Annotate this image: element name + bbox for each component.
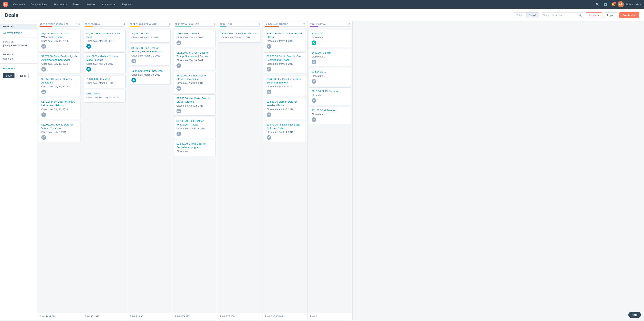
deal-card[interactable]: $1,801.00 ... Close date: ... AD xyxy=(309,30,351,47)
deal-card[interactable]: $1,263.00 Mint Green Deal for Bayer - Di… xyxy=(174,94,216,116)
deal-card[interactable]: $2,577.00 Silver Deal for Lynch, Aufderh… xyxy=(39,52,80,73)
deal-date: Close date: April 30, 2019 xyxy=(266,108,303,111)
deal-card[interactable]: $468.00 Ta Smith Close date: ... AM xyxy=(309,49,351,66)
user-menu[interactable]: Biglytics AP ▾ xyxy=(624,3,642,6)
column-total: Total: $75,000 xyxy=(218,313,262,320)
column-header: APPOINTMENT SCHEDULED 199 xyxy=(37,21,82,28)
deal-card[interactable]: £50,000.00 Test deal Close date: March 3… xyxy=(84,75,126,88)
deal-name: $1,409.00 Gold Deal for Wintheiser - Pag… xyxy=(176,119,213,126)
column-title: APPOINTMENT SCHEDULED xyxy=(40,23,68,25)
column-id-decision-makers: ID. DECISION MAKERS 28 $19.00 Fuchsia De… xyxy=(262,21,308,320)
deal-card[interactable]: $1,894.00 ... Close date: ... AG xyxy=(309,68,351,86)
deal-card[interactable]: $1,409.00 Gold Deal for Wintheiser - Pag… xyxy=(174,117,216,138)
deal-card[interactable]: $172.00 Plum Deal for Nolan, Lehner and … xyxy=(39,98,80,119)
deal-card[interactable]: $19.00 Fuchsia Deal for Emard - Koss Clo… xyxy=(264,30,306,51)
deal-card[interactable]: $75,000.00 Dominique Verniers Close date… xyxy=(219,30,261,43)
column-total: Total: $79,437 xyxy=(172,313,217,320)
search-icon: 🔍 xyxy=(578,14,582,17)
hubspot-logo[interactable]: hs xyxy=(2,1,8,7)
add-filter-button[interactable]: + Add filter xyxy=(0,65,37,72)
column-header: ID. DECISION MAKERS 28 xyxy=(262,21,307,28)
nav-sales[interactable]: Sales ▾ xyxy=(70,0,83,8)
column-progress-bar xyxy=(310,26,318,27)
nav-right-controls: 🔍 ⚙️ 🔔 2 AP Biglytics AP ▾ xyxy=(594,1,642,8)
deal-card[interactable]: €50,000.00 testdeal Close date: May 23, … xyxy=(174,30,216,47)
deal-card[interactable]: €100.00 test Close date: February 28, 20… xyxy=(84,90,126,103)
create-deal-button[interactable]: Create deal xyxy=(619,12,639,18)
column-cards: $2,000.00 Test Close date: April 30, 201… xyxy=(127,28,172,313)
column-progress-bar xyxy=(40,26,52,27)
column-header: QUALIFICATION 12 xyxy=(308,21,352,28)
column-count: 4 xyxy=(124,23,125,25)
deal-date: Close date: May 10, 2019 xyxy=(176,59,213,62)
reset-button[interactable]: Reset xyxy=(16,73,28,78)
import-button[interactable]: Import xyxy=(604,12,617,18)
nav-contacts[interactable]: Contacts ▾ xyxy=(11,0,28,8)
deal-card[interactable]: $1,226.00 Orchid Deal for Orn, Schmidt a… xyxy=(264,52,306,73)
deal-name: $1,966.00 Lime Deal for Beahan, Bosco an… xyxy=(132,46,168,53)
deal-avatars: AM xyxy=(266,112,303,117)
deal-avatars: AZ xyxy=(132,59,168,63)
deal-name: $1,972.00 Pink Deal for Batz, Dicki and … xyxy=(266,123,303,130)
deal-name: $2,577.00 Silver Deal for Lynch, Aufderh… xyxy=(41,55,78,62)
deal-card[interactable]: $1,737.00 Plum Deal for Wilderman - Ryan… xyxy=(39,30,80,51)
settings-icon-button[interactable]: ⚙️ xyxy=(602,1,609,8)
notifications-button[interactable]: 🔔 2 xyxy=(610,1,617,8)
deal-card[interactable]: $1,972.00 Pink Deal for Batz, Dicki and … xyxy=(264,121,306,142)
deal-date: Close date: May 8, 2019 xyxy=(266,85,303,88)
deal-card[interactable]: Sean Shoreman - New Deal Close date: Mar… xyxy=(129,67,170,85)
deal-card[interactable]: $216.00 Sk Dibbert - W... Close date: ..… xyxy=(309,87,351,105)
save-button[interactable]: Save xyxy=(3,73,14,78)
deal-name: $616.00 Mint Green Deal for Tromp, Stant… xyxy=(176,51,213,58)
deal-date: Close date: July 11, 2019 xyxy=(41,63,78,65)
board-view-button[interactable]: Board xyxy=(526,12,539,18)
deal-card[interactable]: $1,966.00 Lime Deal for Beahan, Bosco an… xyxy=(129,44,170,65)
chevron-down-icon: ▾ xyxy=(66,3,67,5)
nav-service[interactable]: Service ▾ xyxy=(84,0,99,8)
board-container: APPOINTMENT SCHEDULED 199 $1,737.00 Plum… xyxy=(37,21,644,320)
search-input[interactable] xyxy=(543,14,577,17)
deal-date: Close date: May 30, 2019 xyxy=(86,40,123,42)
avatar: AC xyxy=(176,40,181,45)
deal-card[interactable]: $2,543.00 Orchid Deal for Bechtelar - Li… xyxy=(174,140,216,157)
all-saved-filters-link[interactable]: All saved filters > xyxy=(0,30,37,36)
nav-reports[interactable]: Reports ▾ xyxy=(120,0,135,8)
notification-badge: 2 xyxy=(613,1,616,4)
search-icon-button[interactable]: 🔍 xyxy=(594,1,601,8)
actions-button[interactable]: Actions ▾ xyxy=(586,12,602,18)
column-title: ID. DECISION MAKERS xyxy=(265,23,288,25)
deal-name: $2,000.00 Test xyxy=(132,32,168,35)
deal-date: Close date: April 28, 2019 xyxy=(176,82,213,84)
deal-card[interactable]: $2,000.00 Test Close date: April 30, 201… xyxy=(129,30,170,43)
deal-name: Sean Shoreman - New Deal xyxy=(132,69,168,73)
avatar[interactable]: AP xyxy=(618,1,624,7)
column-progress-bar-bg xyxy=(40,26,80,27)
deal-card[interactable]: Insc 0001 - Medic - Noturno Maria Eduard… xyxy=(84,52,126,73)
deal-card[interactable]: $382.00 Lavender Deal for Stracke - Cons… xyxy=(174,72,216,93)
deal-date: Close date: ... xyxy=(176,150,213,153)
help-button[interactable]: Help xyxy=(628,312,641,318)
column-cards: $1,737.00 Plum Deal for Wilderman - Ryan… xyxy=(37,28,82,313)
column-progress-bar-bg xyxy=(265,26,305,27)
deal-card[interactable]: $1,902.00 Magenta Deal for Veum - Thomps… xyxy=(39,121,80,142)
column-total: Total: $37,965.03 xyxy=(262,313,307,320)
deal-avatars: AM xyxy=(176,109,213,113)
deal-card[interactable]: $2,550.00 Fuchsia Deal for Abbott Inc Cl… xyxy=(39,75,80,96)
column-title: REACH OUT xyxy=(220,23,232,25)
deal-card[interactable]: $2,862.00 Salmon Deal for Kessler - Runt… xyxy=(264,98,306,119)
avatar: AM xyxy=(176,109,181,113)
nav-marketing[interactable]: Marketing ▾ xyxy=(52,0,69,8)
options-button[interactable]: Options ▾ xyxy=(0,57,37,61)
nav-conversations[interactable]: Conversations ▾ xyxy=(28,0,51,8)
deal-card[interactable]: $616.00 Mint Green Deal for Tromp, Stant… xyxy=(174,49,216,70)
nav-automation[interactable]: Automation ▾ xyxy=(100,0,119,8)
deal-avatars: AD xyxy=(312,40,348,45)
deal-card[interactable]: $2,165.00 McDermott... Close date: ... A… xyxy=(309,107,351,124)
deal-date: Close date: April 30, 2019 xyxy=(86,63,123,65)
deal-card[interactable]: £5,000.00 Sasha Boyer - New Deal Close d… xyxy=(84,30,126,51)
column-count: 28 xyxy=(302,23,305,25)
chevron-down-icon: ▾ xyxy=(116,3,116,5)
deal-card[interactable]: $554.00 Blue Deal for Jenkins, Borer and… xyxy=(264,75,306,96)
table-view-button[interactable]: Table xyxy=(513,12,526,18)
deal-name: €100.00 test xyxy=(86,92,123,95)
